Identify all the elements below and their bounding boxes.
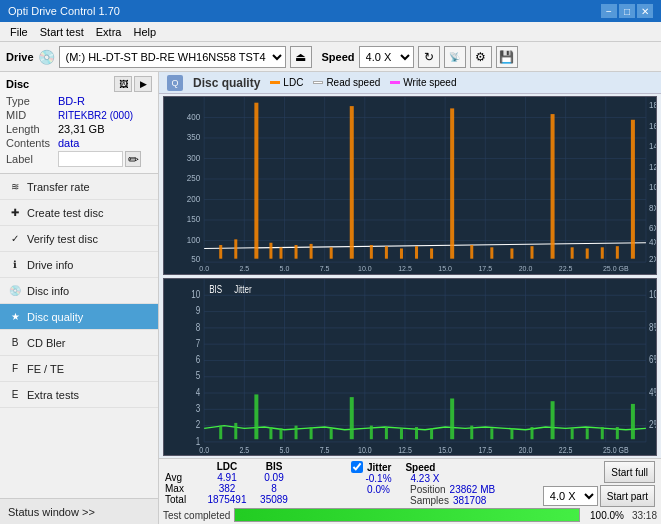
start-part-button[interactable]: Start part [600,485,655,507]
svg-rect-139 [450,398,454,439]
svg-text:16X: 16X [649,120,656,131]
disc-title: Disc [6,78,29,90]
upper-chart: 400 350 300 250 200 150 100 50 18X 16X 1… [163,96,657,275]
svg-rect-127 [254,394,258,439]
menu-extra[interactable]: Extra [90,24,128,40]
svg-text:25.0 GB: 25.0 GB [603,443,629,454]
sidebar-item-extra-tests[interactable]: E Extra tests [0,382,158,408]
svg-text:200: 200 [187,193,201,204]
drive-label: Drive [6,51,34,63]
svg-rect-131 [310,426,313,438]
disc-icon-btn-2[interactable]: ▶ [134,76,152,92]
svg-rect-49 [219,245,222,259]
svg-text:15.0: 15.0 [438,264,452,274]
menu-help[interactable]: Help [127,24,162,40]
max-label: Max [165,483,200,494]
sidebar-item-cd-bler[interactable]: B CD Bler [0,330,158,356]
disc-icon-btn-1[interactable]: 🖼 [114,76,132,92]
svg-rect-132 [330,428,333,439]
disc-icons: 🖼 ▶ [114,76,152,92]
max-ldc: 382 [202,483,252,494]
samples-label: Samples [410,495,449,506]
legend-read-speed-dot [313,81,323,84]
lower-chart-svg: 10 9 8 7 6 5 4 3 2 1 10% 8% [164,279,656,456]
avg-bis: 0.09 [254,472,294,483]
sidebar-item-disc-info[interactable]: 💿 Disc info [0,278,158,304]
disc-label-edit-button[interactable]: ✏ [125,151,141,167]
right-panel: Q Disc quality LDC Read speed Write spee… [159,72,661,524]
save-button[interactable]: 💾 [496,46,518,68]
disc-type-label: Type [6,95,58,107]
stats-speed-select[interactable]: 4.0 X [543,486,598,506]
sidebar-item-label-extra-tests: Extra tests [27,389,79,401]
legend-ldc-dot [270,81,280,84]
start-full-button[interactable]: Start full [604,461,655,483]
sidebar-item-verify-test-disc[interactable]: ✓ Verify test disc [0,226,158,252]
eject-button[interactable]: ⏏ [290,46,312,68]
sidebar-item-transfer-rate[interactable]: ≋ Transfer rate [0,174,158,200]
menu-file[interactable]: File [4,24,34,40]
drive-select[interactable]: (M:) HL-DT-ST BD-RE WH16NS58 TST4 [59,46,286,68]
svg-text:8X: 8X [649,202,656,213]
svg-text:12X: 12X [649,161,656,172]
disc-mid-row: MID RITEKBR2 (000) [6,109,152,121]
scan-button[interactable]: 📡 [444,46,466,68]
disc-label-input[interactable] [58,151,123,167]
menu-start-test[interactable]: Start test [34,24,90,40]
svg-text:10X: 10X [649,182,656,193]
extra-tests-icon: E [8,388,22,402]
svg-text:5: 5 [196,369,200,382]
chart-title: Disc quality [193,76,260,90]
svg-text:10.0: 10.0 [358,264,372,274]
disc-mid-label: MID [6,109,58,121]
svg-rect-145 [571,428,574,439]
jitter-checkbox[interactable] [351,461,363,473]
refresh-button[interactable]: ↻ [418,46,440,68]
sidebar-item-create-test-disc[interactable]: ✚ Create test disc [0,200,158,226]
status-window-button[interactable]: Status window >> [0,498,158,524]
svg-rect-125 [219,425,222,439]
lower-chart: 10 9 8 7 6 5 4 3 2 1 10% 8% [163,278,657,457]
create-test-disc-icon: ✚ [8,206,22,220]
sidebar-item-label-drive-info: Drive info [27,259,73,271]
settings-button[interactable]: ⚙ [470,46,492,68]
svg-rect-140 [470,425,473,439]
sidebar-item-fe-te[interactable]: F FE / TE [0,356,158,382]
disc-type-row: Type BD-R [6,95,152,107]
disc-contents-label: Contents [6,137,58,149]
chart-icon: Q [167,75,183,91]
fe-te-icon: F [8,362,22,376]
svg-rect-136 [400,428,403,439]
menu-bar: File Start test Extra Help [0,22,661,42]
title-bar: Opti Drive Control 1.70 − □ ✕ [0,0,661,22]
cd-bler-icon: B [8,336,22,350]
svg-text:2: 2 [196,418,200,431]
maximize-button[interactable]: □ [619,4,635,18]
svg-rect-57 [350,106,354,259]
svg-text:5.0: 5.0 [280,443,290,454]
svg-rect-63 [450,108,454,258]
svg-rect-60 [400,248,403,258]
bottom-bar: LDC BIS Avg 4.91 0.09 Max 382 8 Total [159,458,661,524]
sidebar-item-label-disc-info: Disc info [27,285,69,297]
sidebar-item-disc-quality[interactable]: ★ Disc quality [0,304,158,330]
svg-rect-129 [279,428,282,439]
sidebar: Disc 🖼 ▶ Type BD-R MID RITEKBR2 (000) Le… [0,72,159,524]
legend-write-speed-label: Write speed [403,77,456,88]
legend-read-speed: Read speed [313,77,380,88]
svg-rect-66 [510,248,513,258]
minimize-button[interactable]: − [601,4,617,18]
svg-text:10: 10 [191,287,200,300]
svg-rect-126 [234,422,237,438]
speed-select[interactable]: 4.0 X 1.0 X 2.0 X 6.0 X 8.0 X [359,46,414,68]
svg-rect-50 [234,239,237,258]
svg-text:150: 150 [187,214,201,225]
position-label: Position [410,484,446,495]
svg-rect-134 [370,425,373,439]
svg-text:7.5: 7.5 [320,443,330,454]
svg-text:8%: 8% [649,320,656,333]
sidebar-item-drive-info[interactable]: ℹ Drive info [0,252,158,278]
svg-text:6%: 6% [649,352,656,365]
upper-chart-svg: 400 350 300 250 200 150 100 50 18X 16X 1… [164,97,656,274]
close-button[interactable]: ✕ [637,4,653,18]
